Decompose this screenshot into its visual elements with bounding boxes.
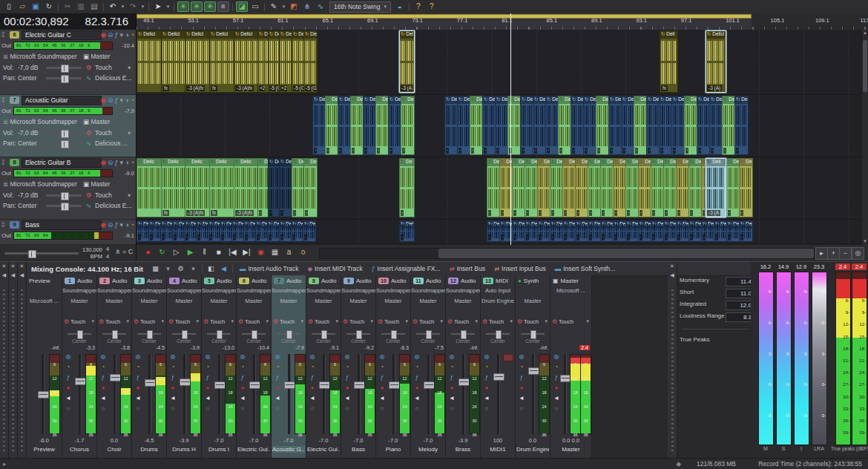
track-fx-name[interactable]: Delicious ... (95, 140, 128, 147)
channel-volume-value[interactable]: -7.0 (202, 437, 236, 444)
channel-device-label[interactable]: Soundmapper (167, 287, 201, 294)
record-arm-icon[interactable]: ● (168, 384, 177, 393)
record-arm-icon[interactable]: ◉ (100, 220, 106, 229)
loop-playback-button[interactable]: ↻ (156, 246, 168, 258)
freeze-icon[interactable]: ◔ (131, 30, 134, 39)
phase-icon[interactable]: ◍ (273, 352, 282, 361)
clip-fx-icon[interactable]: ∿ (86, 202, 91, 209)
fx-icon[interactable]: ƒ (517, 373, 526, 382)
channel-output-label[interactable]: Master (62, 298, 96, 304)
solo-icon[interactable]: ○ (482, 404, 491, 413)
fader-handle[interactable] (214, 381, 226, 389)
gain-icon[interactable]: ◔ (168, 363, 177, 372)
channel-device-label[interactable]: Soundmapper (376, 287, 410, 294)
channel-name[interactable]: Melody (412, 446, 444, 453)
channel-volume-value[interactable]: -3.9 (446, 437, 480, 444)
mute-icon[interactable]: ◄ (134, 394, 142, 403)
output-device[interactable]: ≣ Microsoft Soundmapper (3, 180, 77, 188)
fx-icon[interactable]: ƒ (134, 373, 142, 382)
play-button[interactable]: ▶ (184, 246, 197, 258)
pan-control[interactable]: Center (62, 330, 96, 344)
channel-device-label[interactable]: Soundmapper (237, 287, 271, 294)
fx-icon[interactable]: ƒ (203, 373, 212, 382)
automation-mode[interactable]: ⚙ Touch▾ (482, 318, 513, 328)
fx-icon[interactable]: ƒ (238, 373, 247, 382)
record-arm-icon[interactable]: ◉ (100, 30, 106, 39)
fader-handle[interactable] (145, 379, 156, 387)
gain-icon[interactable]: ◔ (134, 363, 142, 372)
freeze-icon[interactable]: ◔ (131, 220, 134, 229)
fader-handle[interactable] (424, 381, 435, 389)
phase-icon[interactable]: ◍ (308, 352, 317, 361)
mute-icon[interactable]: ◄ (412, 394, 421, 403)
channel-volume-value[interactable]: 0.0 0.0 (550, 437, 591, 444)
channel-device-label[interactable]: Soundmapper (202, 287, 236, 294)
record-arm-icon[interactable]: ● (134, 384, 142, 393)
mute-icon[interactable]: ◄ (168, 394, 177, 403)
chevron-down-icon[interactable]: ▾ (120, 158, 124, 167)
channel-name[interactable]: Preview (27, 446, 61, 453)
interactive-tutorials-icon[interactable]: ? (426, 1, 438, 12)
mute-icon[interactable]: ◄ (447, 394, 456, 403)
dock-grip[interactable] (12, 287, 14, 451)
pan-control[interactable]: Center (97, 330, 131, 344)
automation-mode[interactable]: Touch (95, 129, 112, 137)
mute-icon[interactable]: ◄ (203, 394, 212, 403)
copy-icon[interactable]: ▥ (75, 1, 87, 12)
pan-control[interactable]: Center (132, 330, 166, 344)
track-grip-icon[interactable]: ≡≡ (1, 32, 8, 38)
channel-output-label[interactable]: Master (411, 298, 445, 304)
automation-mode[interactable]: ⚙ Touch▾ (99, 318, 130, 328)
mixer-channel-strip[interactable]: 5AudioSoundmapperMaster⚙ Touch▾Center-13… (202, 275, 237, 459)
record-arm-icon[interactable]: ● (238, 384, 247, 393)
track-lane[interactable]: ↻ De·↻ De·↻ De·↻ De·↻ De·↻ De·↻ De·↻ De·… (137, 95, 862, 157)
clip[interactable]: ↻ Del-3 (A (399, 30, 415, 93)
groove-icon[interactable]: ◑ (125, 158, 128, 167)
track-header[interactable]: ≡≡7Acoustic Guitar◉⊖ƒ▾◑◔Out8172635445362… (0, 95, 136, 157)
pan-control[interactable]: Center (516, 330, 550, 344)
phase-icon[interactable]: ◍ (99, 352, 108, 361)
channel-header[interactable]: 11Audio (411, 277, 445, 285)
channel-header[interactable]: Preview (27, 277, 62, 285)
automation-mode[interactable]: ⚙ Touch▾ (378, 318, 409, 328)
automation-mode[interactable]: ⚙ Touch▾ (447, 318, 479, 328)
automation-mode[interactable]: ⚙ Touch▾ (273, 318, 304, 328)
event-record-button[interactable]: ◉ (254, 246, 267, 258)
gain-icon[interactable]: ◔ (378, 363, 387, 372)
channel-header[interactable]: ▣Master (550, 277, 591, 285)
close-icon[interactable]: ✕ (668, 263, 677, 269)
pan-value[interactable]: Center (18, 140, 37, 147)
channel-header[interactable]: 9Audio (341, 277, 375, 285)
channel-name[interactable]: Electric Gui... (307, 446, 340, 453)
open-file-icon[interactable]: ▱ (16, 1, 28, 12)
clip[interactable]: ↻ De· (734, 96, 749, 155)
selection-tool-icon[interactable]: ▭ (249, 1, 261, 12)
fx-icon[interactable]: ƒ (115, 220, 119, 229)
fader-handle[interactable] (75, 378, 86, 385)
solo-icon[interactable]: ○ (343, 404, 352, 413)
chevron-down-icon[interactable]: ▾ (120, 30, 124, 39)
gain-icon[interactable]: ◔ (447, 363, 456, 372)
channel-device-label[interactable]: Soundmapper (341, 287, 375, 294)
solo-icon[interactable]: ○ (447, 404, 456, 413)
dock-grip[interactable] (21, 287, 23, 451)
groove-icon[interactable]: ◑ (125, 220, 128, 229)
channel-output-label[interactable]: Master (202, 298, 236, 304)
docked-window-tab[interactable]: ✕◀ (9, 262, 18, 459)
chevron-down-icon[interactable]: ▾ (120, 96, 124, 105)
record-arm-icon[interactable]: ● (412, 384, 421, 393)
auto-marker-a-button[interactable]: a (283, 246, 295, 258)
clip[interactable]: ↻ Del· (399, 220, 415, 242)
channel-volume-value[interactable]: -7.0 (306, 437, 341, 444)
clip[interactable]: ↻ Delicifx (161, 30, 186, 93)
automation-mode[interactable]: ⚙ Touch▾ (64, 318, 95, 328)
groove-icon[interactable]: ◑ (125, 30, 128, 39)
clip[interactable]: ↻ Del· (303, 220, 316, 242)
clip[interactable]: ↻ De· (303, 158, 318, 217)
mute-icon[interactable]: ◄ (99, 394, 108, 403)
channel-header[interactable]: 4Audio (167, 277, 201, 285)
pencil-tool-icon[interactable]: ✎ (268, 1, 280, 12)
clip[interactable]: ↻ Del· (739, 220, 753, 242)
fx-icon[interactable]: ƒ (64, 373, 73, 382)
fx-icon[interactable]: ƒ (99, 373, 108, 382)
